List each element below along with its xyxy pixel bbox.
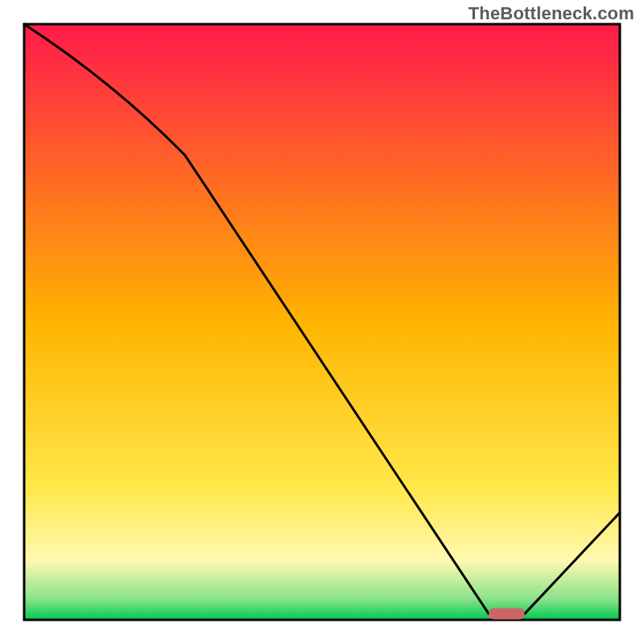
optimal-range-marker [489, 609, 524, 620]
watermark-text: TheBottleneck.com [469, 3, 634, 24]
plot-background [24, 24, 620, 620]
chart-svg [0, 0, 644, 644]
chart-container: TheBottleneck.com [0, 0, 644, 644]
